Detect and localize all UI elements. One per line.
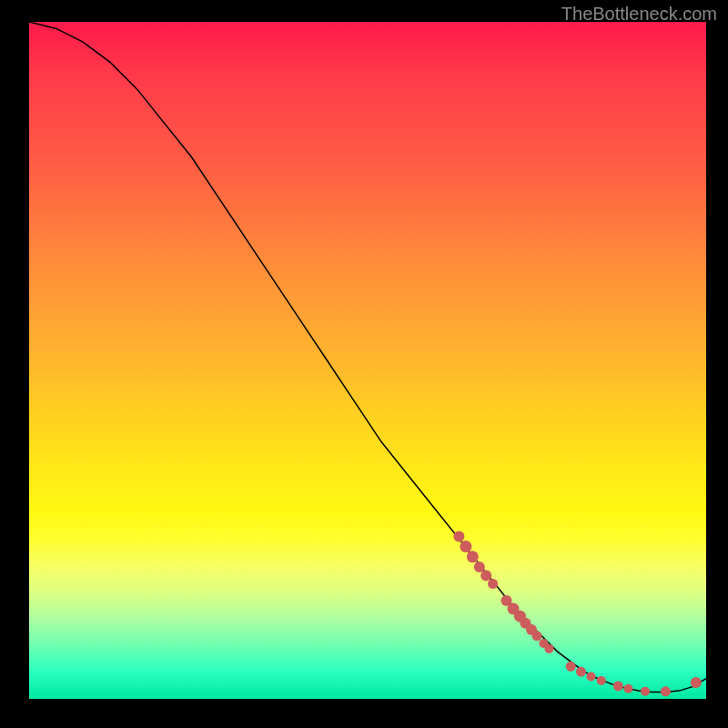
data-point [544, 644, 553, 653]
watermark-text: TheBottleneck.com [561, 4, 717, 25]
data-point [480, 571, 491, 581]
data-point [623, 684, 632, 693]
data-point [597, 676, 606, 685]
data-point [532, 631, 542, 641]
data-point [691, 677, 702, 688]
data-point [641, 687, 650, 696]
scatter-group [453, 531, 701, 696]
curve-path [29, 22, 706, 693]
data-point [576, 667, 586, 677]
data-point [613, 681, 623, 691]
data-point [453, 531, 464, 541]
data-point [661, 686, 671, 696]
data-point [587, 672, 596, 681]
data-point [488, 579, 498, 589]
data-point [467, 551, 479, 562]
data-point [460, 541, 471, 552]
data-point [474, 561, 485, 572]
plot-area [29, 22, 706, 699]
chart-svg [29, 22, 706, 699]
data-point [566, 662, 576, 672]
